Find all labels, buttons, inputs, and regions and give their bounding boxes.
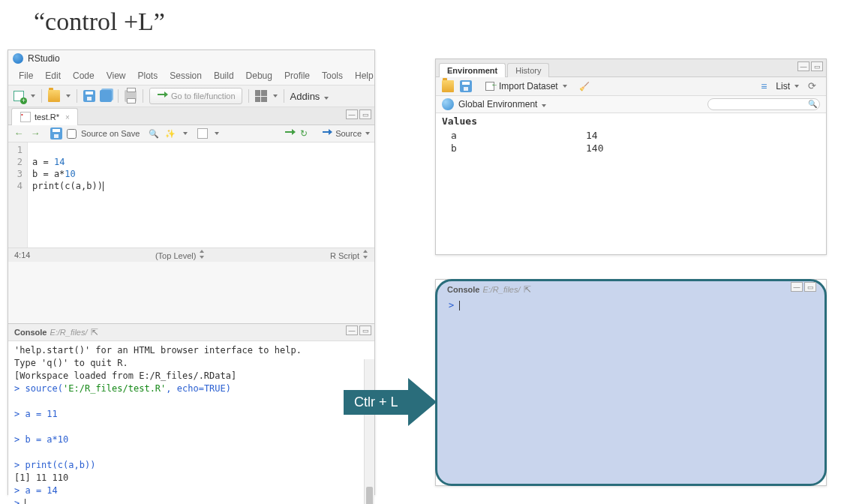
console-pane: Console E:/R_files/ — ▭ 'help.start()' f… (8, 323, 374, 504)
maximize-icon[interactable]: ▭ (359, 110, 371, 119)
refresh-icon[interactable] (808, 80, 820, 92)
menu-build[interactable]: Build (208, 69, 240, 82)
view-mode-button[interactable]: List (761, 80, 799, 92)
popout-icon[interactable] (524, 284, 536, 296)
env-values-header: Values (436, 113, 826, 129)
save-workspace-icon[interactable] (460, 80, 472, 92)
cleared-console-minimize-icon[interactable]: — (791, 282, 803, 292)
env-tabs: Environment History — ▭ (436, 59, 826, 77)
pane-layout-caret[interactable] (273, 94, 278, 98)
menu-tools[interactable]: Tools (316, 69, 349, 82)
menu-debug[interactable]: Debug (240, 69, 278, 82)
import-dataset-button[interactable]: Import Dataset (484, 80, 567, 92)
source-on-save-checkbox[interactable] (67, 129, 77, 139)
save-file-icon[interactable] (50, 128, 62, 140)
source-on-save-label: Source on Save (81, 129, 140, 138)
menu-plots[interactable]: Plots (132, 69, 164, 82)
menu-code[interactable]: Code (67, 69, 101, 82)
menu-edit[interactable]: Edit (39, 69, 67, 82)
console-maximize-icon[interactable]: ▭ (359, 326, 371, 335)
source-pane: test.R* × — ▭ Source on Save (8, 107, 374, 323)
minimize-icon[interactable]: — (346, 110, 358, 119)
menubar: File Edit Code View Plots Session Build … (8, 67, 374, 85)
save-all-icon[interactable] (100, 90, 112, 102)
editor-toolbar: Source on Save Source (8, 125, 374, 142)
scope-selector[interactable]: (Top Level) (155, 250, 205, 260)
addins-menu[interactable]: Addins (290, 91, 329, 102)
save-icon[interactable] (83, 90, 95, 102)
menu-view[interactable]: View (101, 69, 132, 82)
load-workspace-icon[interactable] (442, 80, 454, 92)
console-header: Console E:/R_files/ — ▭ (8, 324, 374, 341)
source-button[interactable]: Source (321, 128, 370, 140)
env-search[interactable] (707, 98, 820, 110)
find-icon[interactable] (149, 128, 161, 140)
slide-title: “control +L” (34, 8, 165, 36)
tab-environment[interactable]: Environment (439, 63, 506, 77)
rstudio-icon (13, 53, 23, 64)
env-scope-selector[interactable]: Global Environment (458, 99, 546, 110)
print-icon[interactable] (125, 90, 137, 102)
run-icon[interactable] (284, 128, 296, 140)
console-output[interactable]: 'help.start()' for an HTML browser inter… (8, 341, 374, 504)
code-content: a = 14 b = a*10 print(c(a,b)) (28, 142, 108, 248)
titlebar: RStudio (8, 50, 374, 67)
line-gutter: 1 2 3 4 (8, 142, 28, 248)
nav-back-icon[interactable] (13, 128, 25, 140)
env-toolbar: Import Dataset List (436, 77, 826, 96)
env-search-input[interactable] (707, 98, 820, 110)
env-maximize-icon[interactable]: ▭ (811, 62, 823, 71)
goto-arrow-icon (156, 90, 168, 102)
env-row-a[interactable]: a 14 (436, 129, 826, 142)
menu-session[interactable]: Session (164, 69, 208, 82)
main-toolbar: Go to file/function Addins (8, 85, 374, 107)
cleared-console-maximize-icon[interactable]: ▭ (804, 282, 816, 292)
notebook-icon[interactable] (197, 128, 209, 140)
cursor-position: 4:14 (14, 250, 30, 260)
menu-file[interactable]: File (13, 69, 39, 82)
env-row-b[interactable]: b 140 (436, 142, 826, 154)
environment-pane: Environment History — ▭ Import Dataset L… (435, 58, 827, 255)
env-scope-row: Global Environment (436, 96, 826, 113)
globe-icon (442, 98, 454, 110)
app-name: RStudio (28, 53, 60, 64)
menu-help[interactable]: Help (349, 69, 380, 82)
code-tools-icon[interactable] (165, 128, 177, 140)
cleared-console-content: Console E:/R_files/ — ▭ > (443, 282, 819, 314)
shortcut-label: Ctlr + L (344, 390, 409, 415)
source-arrow-icon (321, 128, 333, 140)
source-tabs: test.R* × — ▭ (8, 107, 374, 125)
open-recent-caret[interactable] (66, 94, 71, 98)
clear-workspace-icon[interactable] (579, 80, 591, 92)
import-dataset-icon (484, 80, 496, 92)
popout-icon[interactable] (91, 326, 103, 338)
env-minimize-icon[interactable]: — (797, 62, 809, 71)
shortcut-arrow: Ctlr + L (344, 378, 437, 426)
code-editor[interactable]: 1 2 3 4 a = 14 b = a*10 print(c(a,b)) (8, 142, 374, 248)
tab-test-r[interactable]: test.R* × (11, 108, 78, 125)
open-folder-icon[interactable] (48, 90, 60, 102)
arrow-head-icon (408, 378, 437, 426)
list-icon (761, 80, 773, 92)
tab-history[interactable]: History (507, 63, 549, 77)
new-file-icon[interactable] (13, 90, 25, 102)
cleared-console-header: Console E:/R_files/ — ▭ (443, 282, 819, 297)
new-file-caret[interactable] (31, 94, 35, 98)
nav-forward-icon[interactable] (29, 128, 41, 140)
language-selector[interactable]: R Script (330, 250, 368, 260)
menu-profile[interactable]: Profile (278, 69, 316, 82)
rerun-icon[interactable] (300, 128, 312, 140)
close-icon[interactable]: × (65, 113, 70, 122)
cleared-console-output[interactable]: > (443, 297, 819, 314)
goto-file-function[interactable]: Go to file/function (149, 88, 242, 104)
source-pane-controls: — ▭ (346, 110, 371, 119)
editor-statusbar: 4:14 (Top Level) R Script (8, 248, 374, 262)
pane-layout-icon[interactable] (255, 90, 267, 102)
r-file-icon (20, 111, 32, 123)
console-minimize-icon[interactable]: — (346, 326, 358, 335)
rstudio-window: RStudio File Edit Code View Plots Sessio… (8, 50, 375, 495)
